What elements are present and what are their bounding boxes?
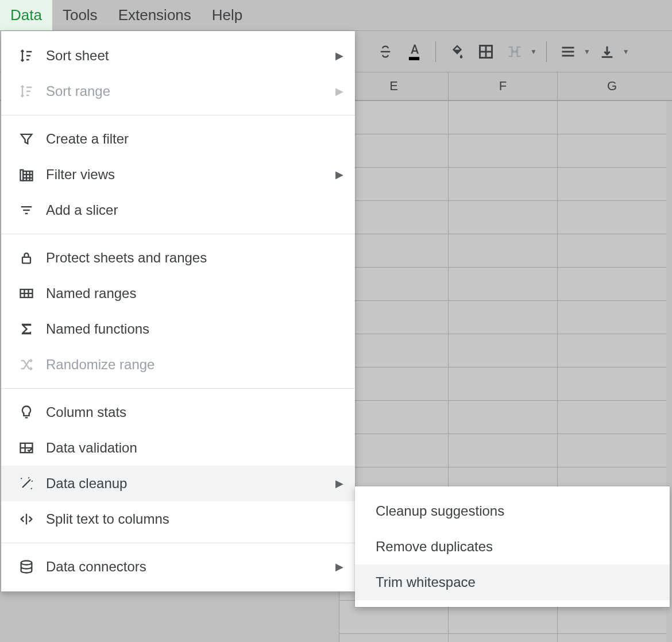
split-icon bbox=[17, 510, 36, 528]
menu-divider bbox=[1, 234, 355, 234]
menu-item-label: Filter views bbox=[46, 167, 335, 183]
sort-range-icon bbox=[17, 82, 36, 100]
column-header[interactable]: E bbox=[339, 72, 448, 100]
menu-item-label: Trim whitespace bbox=[376, 574, 476, 590]
menu-item-label: Cleanup suggestions bbox=[376, 503, 504, 519]
named-ranges-icon bbox=[17, 284, 36, 303]
chevron-right-icon: ▶ bbox=[335, 49, 343, 62]
menu-item-label: Split text to columns bbox=[46, 511, 343, 527]
filter-views-icon bbox=[17, 165, 36, 184]
menu-item-named-ranges[interactable]: Named ranges bbox=[1, 276, 355, 311]
magic-wand-icon bbox=[17, 474, 36, 493]
submenu-item-remove-duplicates[interactable]: Remove duplicates bbox=[355, 529, 670, 564]
menu-divider bbox=[1, 388, 355, 389]
menu-item-column-stats[interactable]: Column stats bbox=[1, 395, 355, 430]
menu-item-create-filter[interactable]: Create a filter bbox=[1, 121, 355, 157]
chevron-right-icon: ▶ bbox=[335, 477, 343, 490]
menu-item-label: Data cleanup bbox=[46, 475, 335, 492]
menu-item-label: Column stats bbox=[46, 404, 343, 420]
menu-item-label: Protect sheets and ranges bbox=[46, 250, 343, 266]
menu-help[interactable]: Help bbox=[202, 0, 253, 30]
borders-icon[interactable] bbox=[474, 40, 498, 64]
menu-extensions[interactable]: Extensions bbox=[108, 0, 202, 30]
menu-item-sort-sheet[interactable]: Sort sheet ▶ bbox=[1, 38, 355, 74]
menu-divider bbox=[1, 543, 355, 543]
svg-rect-0 bbox=[409, 57, 419, 60]
menu-item-label: Randomize range bbox=[46, 357, 343, 373]
menubar: Data Tools Extensions Help bbox=[0, 0, 672, 31]
menu-item-label: Named functions bbox=[46, 321, 343, 337]
menu-item-filter-views[interactable]: Filter views ▶ bbox=[1, 157, 355, 192]
lightbulb-icon bbox=[17, 403, 36, 421]
vertical-align-icon[interactable] bbox=[595, 40, 619, 64]
svg-point-25 bbox=[21, 561, 32, 565]
chevron-down-icon[interactable]: ▼ bbox=[584, 48, 590, 56]
chevron-down-icon[interactable]: ▼ bbox=[530, 48, 537, 56]
menu-data[interactable]: Data bbox=[0, 0, 52, 30]
menu-item-protect-sheets[interactable]: Protect sheets and ranges bbox=[1, 240, 355, 276]
database-icon bbox=[17, 558, 36, 576]
submenu-item-trim-whitespace[interactable]: Trim whitespace bbox=[355, 564, 670, 600]
menu-item-label: Add a slicer bbox=[46, 202, 343, 218]
sort-sheet-icon bbox=[17, 47, 36, 65]
menu-item-label: Create a filter bbox=[46, 131, 343, 147]
sigma-icon bbox=[17, 320, 36, 338]
menu-item-add-slicer[interactable]: Add a slicer bbox=[1, 192, 355, 228]
fill-color-icon[interactable] bbox=[445, 40, 469, 64]
svg-rect-9 bbox=[23, 171, 32, 180]
svg-rect-17 bbox=[22, 257, 30, 264]
filter-icon bbox=[17, 130, 36, 148]
strikethrough-icon[interactable] bbox=[373, 40, 397, 64]
menu-item-data-validation[interactable]: Data validation bbox=[1, 430, 355, 466]
column-header[interactable]: F bbox=[448, 72, 557, 100]
column-header[interactable]: G bbox=[557, 72, 666, 100]
menu-item-label: Sort range bbox=[46, 83, 335, 99]
menu-item-label: Data validation bbox=[46, 440, 343, 456]
shuffle-icon bbox=[17, 355, 36, 374]
validation-icon bbox=[17, 439, 36, 457]
data-menu-dropdown: Sort sheet ▶ Sort range ▶ Create a filte… bbox=[1, 31, 355, 591]
menu-item-label: Sort sheet bbox=[46, 48, 335, 64]
chevron-right-icon: ▶ bbox=[335, 85, 343, 98]
menu-item-data-cleanup[interactable]: Data cleanup ▶ bbox=[1, 466, 355, 501]
menu-item-named-functions[interactable]: Named functions bbox=[1, 311, 355, 347]
slicer-icon bbox=[17, 201, 36, 219]
menu-divider bbox=[1, 115, 355, 115]
menu-item-sort-range: Sort range ▶ bbox=[1, 74, 355, 109]
menu-item-label: Data connectors bbox=[46, 559, 335, 575]
menu-item-randomize-range: Randomize range bbox=[1, 347, 355, 382]
text-color-icon[interactable] bbox=[402, 40, 426, 64]
chevron-right-icon: ▶ bbox=[335, 560, 343, 573]
menu-item-label: Remove duplicates bbox=[376, 539, 493, 555]
chevron-right-icon: ▶ bbox=[335, 168, 343, 181]
data-cleanup-submenu: Cleanup suggestions Remove duplicates Tr… bbox=[355, 486, 670, 607]
menu-item-data-connectors[interactable]: Data connectors ▶ bbox=[1, 549, 355, 585]
merge-cells-icon[interactable] bbox=[503, 40, 527, 64]
lock-icon bbox=[17, 249, 36, 267]
menu-item-label: Named ranges bbox=[46, 285, 343, 301]
horizontal-align-icon[interactable] bbox=[556, 40, 580, 64]
menu-item-split-text[interactable]: Split text to columns bbox=[1, 501, 355, 537]
menu-tools[interactable]: Tools bbox=[52, 0, 108, 30]
toolbar-separator bbox=[546, 41, 547, 62]
submenu-item-cleanup-suggestions[interactable]: Cleanup suggestions bbox=[355, 493, 670, 529]
chevron-down-icon[interactable]: ▼ bbox=[623, 48, 629, 56]
toolbar-separator bbox=[435, 41, 436, 62]
